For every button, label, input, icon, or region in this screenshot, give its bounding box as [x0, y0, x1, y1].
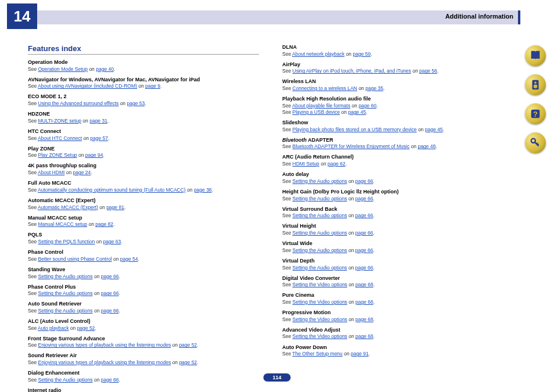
entry-reference: See Setting the Video options on page 68… — [282, 282, 513, 288]
topic-link[interactable]: Setting the Audio options — [293, 196, 347, 202]
topic-link[interactable]: Setting the Audio options — [38, 308, 93, 314]
topic-link[interactable]: Setting the PQLS function — [38, 239, 95, 244]
book-icon[interactable] — [525, 45, 546, 66]
page-link[interactable]: page 68 — [355, 299, 373, 305]
topic-link[interactable]: Using AirPlay on iPod touch, iPhone, iPa… — [293, 68, 411, 74]
topic-link[interactable]: Setting the Audio options — [293, 230, 347, 236]
page-link[interactable]: page 59 — [352, 51, 370, 57]
topic-link[interactable]: Operation Mode Setup — [38, 66, 88, 72]
page-link[interactable]: page 94 — [85, 152, 103, 158]
entry-title: ECO MODE 1, 2 — [28, 93, 259, 100]
topic-link[interactable]: Bluetooth ADAPTER for Wireless Enjoyment… — [293, 143, 410, 149]
topic-link[interactable]: Setting the Video options — [293, 282, 347, 287]
entry-reference: See Manual MCACC setup on page 82. — [28, 221, 259, 228]
topic-link[interactable]: HDMI Setup — [293, 161, 319, 167]
page-link[interactable]: page 9 — [145, 83, 160, 89]
topic-link[interactable]: About HDMI — [38, 170, 64, 175]
topic-link[interactable]: Setting the Video options — [293, 317, 347, 322]
entry-title: Bluetooth ADAPTER — [282, 137, 513, 144]
entry-title: Front Stage Surround Advance — [28, 336, 259, 343]
topic-link[interactable]: Connecting to a wireless LAN — [293, 85, 358, 91]
page-link[interactable]: page 56 — [419, 68, 437, 74]
page-link[interactable]: page 66 — [355, 178, 373, 184]
topic-link[interactable]: Playing back photo files stored on a USB… — [293, 127, 417, 132]
page-link[interactable]: page 53 — [127, 100, 145, 106]
page-link[interactable]: page 31 — [89, 118, 107, 124]
topic-link[interactable]: Setting the Audio options — [38, 377, 93, 383]
topic-link[interactable]: Manual MCACC setup — [38, 221, 88, 227]
page-link[interactable]: page 57 — [90, 135, 108, 141]
page-link[interactable]: page 66 — [355, 230, 373, 236]
topic-link[interactable]: Setting the Video options — [293, 333, 347, 339]
topic-link[interactable]: Automatically conducting optimum sound t… — [38, 187, 186, 193]
topic-link[interactable]: Setting the Audio options — [293, 178, 347, 184]
help-icon[interactable]: ? — [525, 103, 546, 124]
page-link[interactable]: page 66 — [355, 265, 373, 271]
entry-reference: See Setting the Audio options on page 66… — [28, 290, 259, 297]
page-link[interactable]: page 24 — [73, 170, 91, 175]
page-link[interactable]: page 66 — [355, 213, 373, 218]
index-entry: Manual MCACC setupSee Manual MCACC setup… — [28, 215, 259, 228]
page-link[interactable]: page 48 — [418, 143, 436, 149]
entry-title: Auto delay — [282, 171, 513, 178]
topic-link[interactable]: About playable file formats — [292, 103, 350, 109]
page-link[interactable]: page 66 — [101, 308, 119, 314]
page-link[interactable]: page 68 — [355, 317, 373, 322]
index-entry: Virtual WideSee Setting the Audio option… — [282, 240, 513, 254]
topic-link[interactable]: Playing a USB device — [293, 109, 340, 115]
page-link[interactable]: page 91 — [351, 351, 369, 357]
index-entry: Full Auto MCACCSee Automatically conduct… — [28, 180, 259, 193]
topic-link[interactable]: Using the Advanced surround effects — [38, 100, 119, 106]
topic-link[interactable]: Enjoying various types of playback using… — [38, 342, 171, 348]
topic-link[interactable]: Setting the Audio options — [293, 213, 347, 218]
page-link[interactable]: page 82 — [95, 221, 113, 227]
index-entry: Automatic MCACC (Expert)See Automatic MC… — [28, 197, 259, 211]
topic-link[interactable]: The Other Setup menu — [292, 351, 342, 357]
page-link[interactable]: page 66 — [101, 274, 119, 279]
page-link[interactable]: page 45 — [425, 127, 443, 132]
page-link[interactable]: page 81 — [106, 204, 124, 210]
page-link[interactable]: page 62 — [328, 161, 346, 167]
index-entry: HDZONESee MULTI-ZONE setup on page 31. — [28, 111, 259, 124]
topic-link[interactable]: Auto playback — [38, 325, 69, 331]
index-entry: AVNavigator for Windows, AVNavigator for… — [28, 77, 259, 90]
page-link[interactable]: page 68 — [355, 333, 373, 339]
page-link[interactable]: page 66 — [101, 377, 119, 383]
entry-title: ARC (Audio Return Channel) — [282, 154, 513, 161]
page-link[interactable]: page 66 — [355, 196, 373, 202]
page-link[interactable]: page 52 — [179, 342, 197, 348]
section-title: Features index — [28, 44, 259, 53]
topic-link[interactable]: Enjoying various types of playback using… — [38, 359, 171, 365]
key-icon[interactable] — [525, 132, 546, 153]
topic-link[interactable]: Better sound using Phase Control — [38, 256, 112, 262]
page-link[interactable]: page 60 — [358, 103, 376, 109]
topic-link[interactable]: Automatic MCACC (Expert) — [38, 204, 98, 210]
page-link[interactable]: page 54 — [120, 256, 138, 262]
topic-link[interactable]: Setting the Video options — [293, 299, 347, 305]
topic-link[interactable]: Setting the Audio options — [38, 274, 93, 279]
page-link[interactable]: page 52 — [77, 325, 95, 331]
index-entry: HTC ConnectSee About HTC Connect on page… — [28, 128, 259, 142]
page-link[interactable]: page 35 — [365, 85, 383, 91]
page-link[interactable]: page 63 — [103, 239, 121, 244]
topic-link[interactable]: Play ZONE Setup — [38, 152, 77, 158]
page-link[interactable]: page 66 — [355, 247, 373, 253]
page-link[interactable]: page 45 — [348, 109, 366, 115]
topic-link[interactable]: About network playback — [292, 51, 344, 57]
page-link[interactable]: page 68 — [355, 282, 373, 287]
topic-link[interactable]: Setting the Audio options — [293, 247, 347, 253]
topic-link[interactable]: About using AVNavigator (included CD-ROM… — [38, 83, 137, 89]
page-link[interactable]: page 40 — [96, 66, 114, 72]
page-link[interactable]: page 38 — [194, 187, 212, 193]
page-link[interactable]: page 52 — [179, 359, 197, 365]
topic-link[interactable]: MULTI-ZONE setup — [38, 118, 81, 124]
topic-link[interactable]: About HTC Connect — [38, 135, 82, 141]
entry-reference: See About HDMI on page 24. — [28, 170, 259, 176]
topic-link[interactable]: Setting the Audio options — [38, 290, 93, 296]
topic-link[interactable]: Setting the Audio options — [293, 265, 347, 271]
entry-reference: See Setting the Video options on page 68… — [282, 333, 513, 340]
entry-title: Phase Control Plus — [28, 284, 259, 291]
speaker-icon[interactable] — [525, 74, 546, 95]
page-link[interactable]: page 66 — [101, 290, 119, 296]
entry-title: AirPlay — [282, 62, 513, 69]
